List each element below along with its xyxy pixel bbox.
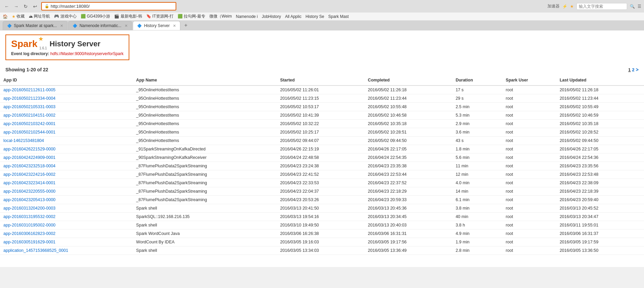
appid-link[interactable]: app-20160502104151-0002 xyxy=(3,113,55,118)
tab-spark-master[interactable]: 🔷 Spark Master at spark... ✕ xyxy=(3,21,68,30)
appid-link[interactable]: app-20160313204200-0003 xyxy=(3,206,55,211)
back-button[interactable]: ← xyxy=(3,2,11,10)
table-row: app-20160313195532-0002 SparkSQL::192.16… xyxy=(0,213,644,221)
cell-completed: 2016/03/13 20:40:03 xyxy=(364,221,452,230)
cell-completed: 2016/05/02 11:26:18 xyxy=(364,86,452,94)
forward-button[interactable]: → xyxy=(12,2,20,10)
cell-started: 2016/05/02 10:32:22 xyxy=(277,120,365,128)
appid-link[interactable]: app-20160502102544-0001 xyxy=(3,130,55,135)
cell-completed: 2016/05/02 11:23:44 xyxy=(364,94,452,103)
cell-user: root xyxy=(503,238,557,246)
event-log-label: Event log directory: xyxy=(11,51,49,56)
cell-appid: app-20160424224909-0001 xyxy=(0,153,133,162)
bookmark-weixin[interactable]: 微微（Weim xyxy=(209,14,232,19)
cell-started: 2016/04/24 22:48:58 xyxy=(277,153,365,162)
appid-link[interactable]: app-20160502112611-0005 xyxy=(3,88,55,92)
browser-chrome: ← → ↻ ↩ 🔓 http://master:18080/ 加速器 ⚡ ★ 🔍… xyxy=(0,0,644,30)
page-next-link[interactable]: > xyxy=(636,67,639,72)
tab-namenode[interactable]: 🔷 Namenode informatic... ✕ xyxy=(68,21,132,30)
table-row: app-20160424224909-0001 _90SparkStreamin… xyxy=(0,153,644,162)
bookmark-it[interactable]: 🔖 IT资源网-打 xyxy=(146,14,174,19)
appid-link[interactable]: app-20160502103242-0001 xyxy=(3,121,55,126)
cell-lastupdated: 2016/05/02 10:28:52 xyxy=(556,128,644,137)
tab-close-spark-master[interactable]: ✕ xyxy=(60,24,63,28)
appid-link[interactable]: app-20160310195002-0000 xyxy=(3,223,55,227)
refresh-button[interactable]: ↻ xyxy=(22,2,30,10)
col-header-completed: Completed xyxy=(364,75,452,86)
spark-star-icon: ★ xyxy=(38,35,44,43)
appid-link[interactable]: app-20160502105331-0003 xyxy=(3,104,55,109)
cell-lastupdated: 2016/05/02 10:46:59 xyxy=(556,111,644,120)
appid-link[interactable]: app-20160423232518-0004 xyxy=(3,164,55,168)
bookmark-historyse[interactable]: History Se xyxy=(306,14,324,19)
page-content: Spark ★ 1.6.1 History Server Event log d… xyxy=(0,30,644,267)
bookmark-games[interactable]: 🎮 游戏中心 xyxy=(54,14,76,19)
appid-link[interactable]: app-20160306162823-0002 xyxy=(3,231,55,236)
appid-link[interactable]: app-20160502112334-0004 xyxy=(3,96,55,101)
bookmark-sparkmast[interactable]: Spark Mast xyxy=(328,14,349,19)
home-button[interactable]: ↩ xyxy=(31,2,39,10)
cell-lastupdated: 2016/04/23 22:18:39 xyxy=(556,187,644,196)
cell-started: 2016/03/05 13:34:03 xyxy=(277,246,365,255)
appid-link[interactable]: app-20160424224909-0001 xyxy=(3,155,55,160)
cell-appid: app-20160423220555-0000 xyxy=(0,187,133,196)
search-input[interactable] xyxy=(579,4,625,9)
bookmark-gg4399[interactable]: 🟩 GG4399小游 xyxy=(81,14,110,19)
tab-icon-namenode: 🔷 xyxy=(73,24,77,28)
page-1-link[interactable]: 1 xyxy=(628,67,630,72)
bookmark-movies[interactable]: 🎬 最新电影-韩 xyxy=(114,14,142,19)
cell-appname: Spark shell xyxy=(133,221,277,230)
cell-appname: _95OnlineHottestItems xyxy=(133,111,277,120)
cell-started: 2016/04/23 23:24:38 xyxy=(277,162,365,170)
cell-started: 2016/04/23 22:41:52 xyxy=(277,170,365,179)
bookmark-jobhistory[interactable]: JobHistory xyxy=(262,14,281,19)
tab-close-history-server[interactable]: ✕ xyxy=(173,24,176,28)
appid-link[interactable]: app-20160423224216-0002 xyxy=(3,172,55,177)
appid-link[interactable]: app-20160426221529-0000 xyxy=(3,147,55,151)
bookmark-favorites[interactable]: ★ 收藏 xyxy=(12,14,25,19)
table-row: app-20160423205413-0000 _87FlumePlushDat… xyxy=(0,196,644,204)
cell-appid: application_1457153668525_0001 xyxy=(0,246,133,255)
cell-lastupdated: 2016/04/23 23:35:56 xyxy=(556,162,644,170)
appid-link[interactable]: app-20160423205413-0000 xyxy=(3,197,55,202)
cell-duration: 6.1 min xyxy=(452,196,502,204)
tab-history-server[interactable]: 🔷 History Server ✕ xyxy=(133,21,180,30)
cell-appid: app-20160502105331-0003 xyxy=(0,103,133,111)
address-bar[interactable]: 🔓 http://master:18080/ xyxy=(41,2,176,10)
pagination: 1 2 > xyxy=(628,67,639,72)
tab-close-namenode[interactable]: ✕ xyxy=(125,24,128,28)
appid-link[interactable]: app-20160305191629-0001 xyxy=(3,240,55,244)
page-2-link[interactable]: 2 xyxy=(632,67,635,72)
bookmark-namenode[interactable]: Namenode i xyxy=(236,14,258,19)
address-text: http://master:18080/ xyxy=(51,4,90,9)
search-icon[interactable]: 🔍 xyxy=(630,4,635,9)
cell-lastupdated: 2016/03/13 20:45:52 xyxy=(556,204,644,213)
appid-link[interactable]: local-1462153481804 xyxy=(3,138,44,143)
new-tab-button[interactable]: + xyxy=(181,21,190,30)
table-row: app-20160502103242-0001 _95OnlineHottest… xyxy=(0,120,644,128)
cell-duration: 11 min xyxy=(452,162,502,170)
nav-buttons: ← → ↻ ↩ xyxy=(3,2,39,10)
appid-link[interactable]: app-20160423220555-0000 xyxy=(3,189,55,194)
cell-user: root xyxy=(503,246,557,255)
cell-appname: _95OnlineHottestItems xyxy=(133,86,277,94)
appid-link[interactable]: app-20160313195532-0002 xyxy=(3,214,55,219)
cell-completed: 2016/05/02 10:35:18 xyxy=(364,120,452,128)
appid-link[interactable]: app-20160423223414-0001 xyxy=(3,181,55,185)
tab-label-history-server: History Server xyxy=(144,23,170,28)
bookmark-lagou[interactable]: 🟩 拉勾网-最专 xyxy=(178,14,205,19)
lock-icon: 🔓 xyxy=(45,4,49,8)
cell-appname: _87FlumePlushData2SparkStreaming xyxy=(133,170,277,179)
cell-appid: app-20160305191629-0001 xyxy=(0,238,133,246)
bookmark-nav[interactable]: ⛰ 网址导航 xyxy=(29,14,50,19)
cell-lastupdated: 2016/03/11 19:55:01 xyxy=(556,221,644,230)
table-row: app-20160502104151-0002 _95OnlineHottest… xyxy=(0,111,644,120)
cell-user: root xyxy=(503,120,557,128)
table-row: app-20160502112611-0005 _95OnlineHottest… xyxy=(0,86,644,94)
bookmark-allapps[interactable]: All Applic xyxy=(285,14,302,19)
appid-link[interactable]: application_1457153668525_0001 xyxy=(3,248,68,253)
cell-completed: 2016/05/02 10:55:48 xyxy=(364,103,452,111)
search-box[interactable] xyxy=(576,3,627,10)
cell-started: 2016/04/23 22:33:53 xyxy=(277,179,365,187)
menu-icon[interactable]: ☰ xyxy=(638,4,641,9)
